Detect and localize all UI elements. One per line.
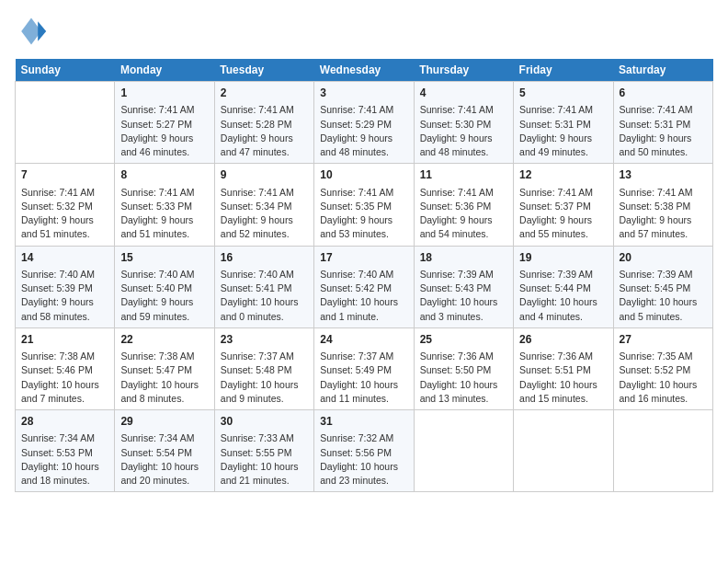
day-cell: 17Sunrise: 7:40 AMSunset: 5:42 PMDayligh… bbox=[314, 246, 414, 327]
day-info: Sunrise: 7:41 AMSunset: 5:28 PMDaylight:… bbox=[221, 103, 308, 159]
day-number: 11 bbox=[420, 167, 507, 183]
col-header-tuesday: Tuesday bbox=[214, 59, 313, 82]
day-number: 21 bbox=[21, 332, 108, 348]
day-number: 16 bbox=[221, 250, 308, 266]
day-cell: 15Sunrise: 7:40 AMSunset: 5:40 PMDayligh… bbox=[115, 246, 214, 327]
day-number: 20 bbox=[620, 250, 707, 266]
day-number: 1 bbox=[120, 86, 208, 101]
day-cell: 25Sunrise: 7:36 AMSunset: 5:50 PMDayligh… bbox=[414, 327, 513, 409]
day-number: 9 bbox=[221, 167, 308, 183]
day-cell: 31Sunrise: 7:32 AMSunset: 5:56 PMDayligh… bbox=[314, 410, 414, 492]
day-cell: 29Sunrise: 7:34 AMSunset: 5:54 PMDayligh… bbox=[115, 410, 214, 492]
day-number: 8 bbox=[120, 167, 208, 183]
day-info: Sunrise: 7:38 AMSunset: 5:47 PMDaylight:… bbox=[120, 350, 208, 406]
day-info: Sunrise: 7:41 AMSunset: 5:35 PMDaylight:… bbox=[320, 186, 407, 242]
day-info: Sunrise: 7:41 AMSunset: 5:33 PMDaylight:… bbox=[120, 186, 208, 242]
header-row: SundayMondayTuesdayWednesdayThursdayFrid… bbox=[16, 59, 713, 82]
day-cell: 9Sunrise: 7:41 AMSunset: 5:34 PMDaylight… bbox=[214, 164, 313, 246]
day-info: Sunrise: 7:39 AMSunset: 5:45 PMDaylight:… bbox=[620, 268, 707, 324]
day-cell: 4Sunrise: 7:41 AMSunset: 5:30 PMDaylight… bbox=[414, 82, 513, 164]
week-row-3: 14Sunrise: 7:40 AMSunset: 5:39 PMDayligh… bbox=[16, 246, 713, 327]
day-number: 6 bbox=[620, 86, 707, 101]
col-header-friday: Friday bbox=[514, 59, 613, 82]
day-cell: 18Sunrise: 7:39 AMSunset: 5:43 PMDayligh… bbox=[414, 246, 513, 327]
day-cell bbox=[514, 410, 613, 492]
day-cell: 5Sunrise: 7:41 AMSunset: 5:31 PMDaylight… bbox=[514, 82, 613, 164]
day-cell: 13Sunrise: 7:41 AMSunset: 5:38 PMDayligh… bbox=[613, 164, 712, 246]
day-info: Sunrise: 7:41 AMSunset: 5:36 PMDaylight:… bbox=[420, 186, 507, 242]
page: SundayMondayTuesdayWednesdayThursdayFrid… bbox=[0, 0, 728, 563]
day-info: Sunrise: 7:41 AMSunset: 5:32 PMDaylight:… bbox=[21, 186, 108, 242]
day-info: Sunrise: 7:40 AMSunset: 5:39 PMDaylight:… bbox=[21, 268, 108, 324]
day-cell: 2Sunrise: 7:41 AMSunset: 5:28 PMDaylight… bbox=[214, 82, 313, 164]
day-number: 2 bbox=[221, 86, 308, 101]
day-number: 7 bbox=[21, 167, 108, 183]
logo-icon bbox=[15, 15, 48, 48]
day-info: Sunrise: 7:41 AMSunset: 5:31 PMDaylight:… bbox=[519, 103, 607, 159]
day-info: Sunrise: 7:34 AMSunset: 5:54 PMDaylight:… bbox=[120, 431, 208, 488]
day-cell: 21Sunrise: 7:38 AMSunset: 5:46 PMDayligh… bbox=[16, 327, 115, 409]
day-info: Sunrise: 7:41 AMSunset: 5:30 PMDaylight:… bbox=[420, 103, 507, 159]
week-row-5: 28Sunrise: 7:34 AMSunset: 5:53 PMDayligh… bbox=[16, 410, 713, 492]
day-number: 3 bbox=[320, 86, 407, 101]
day-cell: 22Sunrise: 7:38 AMSunset: 5:47 PMDayligh… bbox=[115, 327, 214, 409]
day-cell: 23Sunrise: 7:37 AMSunset: 5:48 PMDayligh… bbox=[214, 327, 313, 409]
day-cell: 10Sunrise: 7:41 AMSunset: 5:35 PMDayligh… bbox=[314, 164, 414, 246]
day-info: Sunrise: 7:32 AMSunset: 5:56 PMDaylight:… bbox=[320, 431, 407, 488]
day-number: 24 bbox=[320, 332, 407, 348]
col-header-sunday: Sunday bbox=[16, 59, 115, 82]
day-info: Sunrise: 7:41 AMSunset: 5:37 PMDaylight:… bbox=[519, 186, 607, 242]
day-number: 12 bbox=[519, 167, 607, 183]
day-number: 29 bbox=[120, 414, 208, 430]
week-row-2: 7Sunrise: 7:41 AMSunset: 5:32 PMDaylight… bbox=[16, 164, 713, 246]
day-cell: 3Sunrise: 7:41 AMSunset: 5:29 PMDaylight… bbox=[314, 82, 414, 164]
day-cell: 1Sunrise: 7:41 AMSunset: 5:27 PMDaylight… bbox=[115, 82, 214, 164]
day-info: Sunrise: 7:41 AMSunset: 5:29 PMDaylight:… bbox=[320, 103, 407, 159]
day-number: 22 bbox=[120, 332, 208, 348]
logo bbox=[15, 15, 53, 48]
col-header-thursday: Thursday bbox=[414, 59, 513, 82]
day-number: 10 bbox=[320, 167, 407, 183]
day-cell: 20Sunrise: 7:39 AMSunset: 5:45 PMDayligh… bbox=[613, 246, 712, 327]
day-cell bbox=[414, 410, 513, 492]
day-number: 26 bbox=[519, 332, 607, 348]
day-info: Sunrise: 7:41 AMSunset: 5:38 PMDaylight:… bbox=[620, 186, 707, 242]
day-info: Sunrise: 7:40 AMSunset: 5:40 PMDaylight:… bbox=[120, 268, 208, 324]
day-number: 17 bbox=[320, 250, 407, 266]
day-number: 14 bbox=[21, 250, 108, 266]
day-info: Sunrise: 7:38 AMSunset: 5:46 PMDaylight:… bbox=[21, 350, 108, 406]
day-number: 28 bbox=[21, 414, 108, 430]
day-cell: 7Sunrise: 7:41 AMSunset: 5:32 PMDaylight… bbox=[16, 164, 115, 246]
day-number: 27 bbox=[620, 332, 707, 348]
day-number: 30 bbox=[221, 414, 308, 430]
col-header-wednesday: Wednesday bbox=[314, 59, 414, 82]
day-info: Sunrise: 7:41 AMSunset: 5:27 PMDaylight:… bbox=[120, 103, 208, 159]
day-number: 23 bbox=[221, 332, 308, 348]
day-cell: 8Sunrise: 7:41 AMSunset: 5:33 PMDaylight… bbox=[115, 164, 214, 246]
day-info: Sunrise: 7:40 AMSunset: 5:42 PMDaylight:… bbox=[320, 268, 407, 324]
day-info: Sunrise: 7:40 AMSunset: 5:41 PMDaylight:… bbox=[221, 268, 308, 324]
day-cell: 14Sunrise: 7:40 AMSunset: 5:39 PMDayligh… bbox=[16, 246, 115, 327]
day-info: Sunrise: 7:39 AMSunset: 5:44 PMDaylight:… bbox=[519, 268, 607, 324]
day-cell: 26Sunrise: 7:36 AMSunset: 5:51 PMDayligh… bbox=[514, 327, 613, 409]
day-number: 4 bbox=[420, 86, 507, 101]
day-info: Sunrise: 7:34 AMSunset: 5:53 PMDaylight:… bbox=[21, 431, 108, 488]
day-info: Sunrise: 7:41 AMSunset: 5:31 PMDaylight:… bbox=[620, 103, 707, 159]
day-cell bbox=[613, 410, 712, 492]
day-info: Sunrise: 7:37 AMSunset: 5:48 PMDaylight:… bbox=[221, 350, 308, 406]
day-number: 31 bbox=[320, 414, 407, 430]
col-header-saturday: Saturday bbox=[613, 59, 712, 82]
day-cell: 12Sunrise: 7:41 AMSunset: 5:37 PMDayligh… bbox=[514, 164, 613, 246]
day-number: 13 bbox=[620, 167, 707, 183]
week-row-4: 21Sunrise: 7:38 AMSunset: 5:46 PMDayligh… bbox=[16, 327, 713, 409]
day-info: Sunrise: 7:35 AMSunset: 5:52 PMDaylight:… bbox=[620, 350, 707, 406]
day-number: 25 bbox=[420, 332, 507, 348]
day-cell bbox=[16, 82, 115, 164]
day-cell: 19Sunrise: 7:39 AMSunset: 5:44 PMDayligh… bbox=[514, 246, 613, 327]
day-info: Sunrise: 7:36 AMSunset: 5:51 PMDaylight:… bbox=[519, 350, 607, 406]
day-cell: 24Sunrise: 7:37 AMSunset: 5:49 PMDayligh… bbox=[314, 327, 414, 409]
day-cell: 11Sunrise: 7:41 AMSunset: 5:36 PMDayligh… bbox=[414, 164, 513, 246]
day-number: 5 bbox=[519, 86, 607, 101]
calendar-table: SundayMondayTuesdayWednesdayThursdayFrid… bbox=[15, 59, 713, 492]
day-cell: 28Sunrise: 7:34 AMSunset: 5:53 PMDayligh… bbox=[16, 410, 115, 492]
